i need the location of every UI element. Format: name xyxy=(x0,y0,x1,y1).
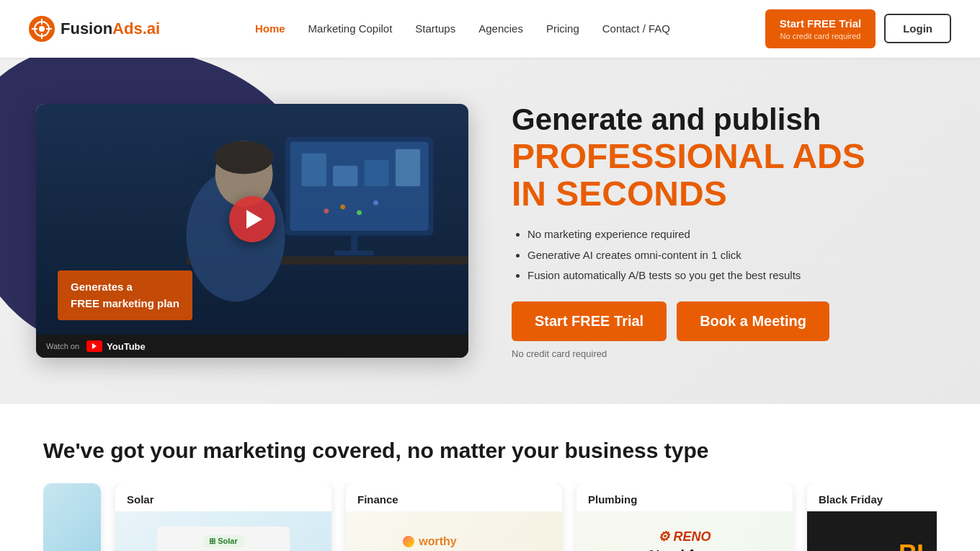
svg-point-21 xyxy=(340,204,345,209)
video-overlay: Generates a FREE marketing plan xyxy=(58,270,192,320)
svg-rect-19 xyxy=(396,149,420,186)
nav-item-home[interactable]: Home xyxy=(255,22,285,35)
nav-links: Home Marketing Copilot Startups Agencies… xyxy=(255,22,670,35)
svg-point-2 xyxy=(39,26,45,32)
nav-item-agencies[interactable]: Agencies xyxy=(478,22,523,35)
card-finance-label: Finance xyxy=(346,483,562,511)
cards-row: Solar ⊞ Solar Choose Smart SolarEnergy F… xyxy=(43,483,937,551)
svg-point-23 xyxy=(373,200,378,206)
logo-text: FusionAds.ai xyxy=(61,19,160,38)
bullet-1: No marketing experience required xyxy=(527,226,937,243)
youtube-logo-bottom: YouTube xyxy=(86,340,146,352)
hero-section: Fusion AI Digital Marketing Platform Sha… xyxy=(0,58,980,404)
card-plumbing-image: ⚙ RENO Need for aPlumber? xyxy=(576,511,793,551)
card-blackfriday-image: BL xyxy=(807,511,937,551)
card-blackfriday-label: Black Friday xyxy=(807,483,937,511)
card-solar-label: Solar xyxy=(115,483,331,511)
svg-point-20 xyxy=(324,208,329,213)
card-partial[interactable] xyxy=(43,483,101,551)
nav-trial-button[interactable]: Start FREE Trial No credit card required xyxy=(765,9,876,48)
covered-title: We've got your marketing covered, no mat… xyxy=(43,438,937,463)
hero-video[interactable]: Fusion AI Digital Marketing Platform Sha… xyxy=(36,104,468,358)
plumbing-logo: ⚙ RENO xyxy=(649,529,720,545)
video-thumbnail: Fusion AI Digital Marketing Platform Sha… xyxy=(36,104,468,335)
nav-item-startups[interactable]: Startups xyxy=(415,22,455,35)
play-button[interactable] xyxy=(229,196,275,242)
no-credit-text: No credit card required xyxy=(512,348,937,359)
hero-bullets: No marketing experience required Generat… xyxy=(512,226,937,284)
nav-right: Start FREE Trial No credit card required… xyxy=(765,9,951,48)
hero-headline: Generate and publish PROFESSIONAL ADS IN… xyxy=(512,102,937,213)
solar-badge: ⊞ Solar xyxy=(203,535,244,547)
finance-logo: worthy xyxy=(403,535,505,548)
nav-login-button[interactable]: Login xyxy=(884,14,951,43)
finance-logo-dot xyxy=(403,536,414,547)
svg-rect-14 xyxy=(351,236,357,252)
plumbing-tagline: Need for aPlumber? xyxy=(649,547,720,551)
svg-point-27 xyxy=(214,141,273,174)
svg-rect-16 xyxy=(302,154,326,187)
logo[interactable]: FusionAds.ai xyxy=(29,16,160,42)
solar-inner-content: ⊞ Solar Choose Smart SolarEnergy xyxy=(157,526,289,552)
card-finance[interactable]: Finance worthy Build your Nest Egg withW… xyxy=(346,483,562,551)
bullet-2: Generative AI creates omni-content in 1 … xyxy=(527,247,937,264)
watch-on-label: Watch on xyxy=(46,342,79,351)
play-button-wrapper[interactable] xyxy=(229,196,275,242)
card-plumbing-label: Plumbing xyxy=(576,483,793,511)
card-solar[interactable]: Solar ⊞ Solar Choose Smart SolarEnergy xyxy=(115,483,331,551)
bullet-3: Fusion automatically A/B tests so you ge… xyxy=(527,268,937,284)
finance-inner-content: worthy Build your Nest Egg withWorthy Bo… xyxy=(403,535,505,551)
logo-icon xyxy=(29,16,55,42)
bf-text: BL xyxy=(899,539,932,551)
card-blackfriday[interactable]: Black Friday BL xyxy=(807,483,937,551)
svg-point-22 xyxy=(357,210,362,215)
card-plumbing[interactable]: Plumbing ⚙ RENO Need for aPlumber? xyxy=(576,483,793,551)
card-solar-image: ⊞ Solar Choose Smart SolarEnergy xyxy=(115,511,331,551)
nav-item-pricing[interactable]: Pricing xyxy=(546,22,579,35)
card-partial-image xyxy=(43,483,101,551)
hero-trial-button[interactable]: Start FREE Trial xyxy=(512,301,667,341)
hero-cta-row: Start FREE Trial Book a Meeting xyxy=(512,301,937,341)
svg-rect-17 xyxy=(333,166,357,187)
card-finance-image: worthy Build your Nest Egg withWorthy Bo… xyxy=(346,511,562,551)
plumbing-inner-content: ⚙ RENO Need for aPlumber? xyxy=(649,529,720,551)
hero-meeting-button[interactable]: Book a Meeting xyxy=(677,301,829,341)
hero-content: Generate and publish PROFESSIONAL ADS IN… xyxy=(468,102,937,358)
nav-item-marketing-copilot[interactable]: Marketing Copilot xyxy=(308,22,393,35)
navbar: FusionAds.ai Home Marketing Copilot Star… xyxy=(0,0,980,58)
svg-rect-18 xyxy=(364,160,388,187)
youtube-red-icon xyxy=(86,340,102,352)
video-bottom-bar: Watch on YouTube xyxy=(36,335,468,358)
svg-rect-15 xyxy=(334,250,374,255)
nav-item-contact[interactable]: Contact / FAQ xyxy=(602,22,670,35)
covered-section: We've got your marketing covered, no mat… xyxy=(0,404,980,551)
